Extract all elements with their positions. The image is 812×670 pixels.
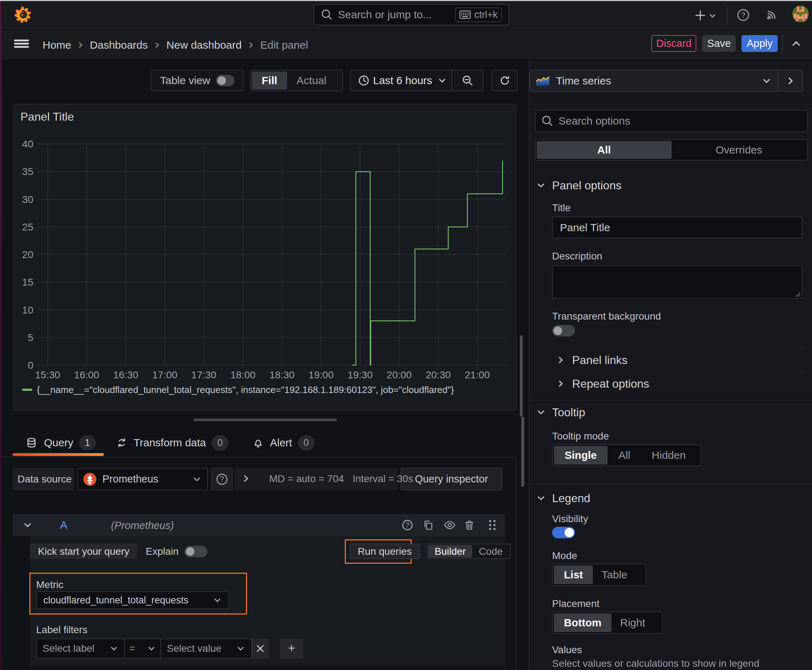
- svg-text:0: 0: [27, 360, 33, 371]
- svg-text:40: 40: [22, 139, 33, 150]
- svg-text:?: ?: [220, 475, 224, 483]
- svg-text:18:00: 18:00: [230, 369, 255, 381]
- svg-text:30: 30: [22, 194, 33, 205]
- svg-text:35: 35: [22, 166, 33, 177]
- svg-text:18:30: 18:30: [270, 369, 295, 381]
- svg-text:20:30: 20:30: [425, 369, 451, 381]
- svg-text:17:00: 17:00: [152, 369, 177, 381]
- svg-text:20:00: 20:00: [387, 369, 412, 381]
- svg-text:17:30: 17:30: [191, 369, 216, 381]
- svg-text:5: 5: [27, 332, 33, 343]
- svg-text:?: ?: [406, 521, 410, 529]
- svg-text:19:30: 19:30: [348, 369, 373, 381]
- svg-text:21:00: 21:00: [465, 369, 490, 381]
- svg-text:10: 10: [22, 305, 33, 316]
- svg-text:?: ?: [741, 11, 746, 19]
- svg-text:19:00: 19:00: [309, 369, 334, 381]
- svg-text:25: 25: [22, 222, 33, 233]
- svg-text:{__name__="cloudflared_tunnel_: {__name__="cloudflared_tunnel_total_requ…: [37, 384, 454, 395]
- svg-text:20: 20: [22, 249, 33, 260]
- svg-text:16:00: 16:00: [74, 369, 99, 381]
- svg-text:16:30: 16:30: [113, 369, 138, 381]
- svg-text:15: 15: [22, 277, 33, 288]
- svg-text:15:30: 15:30: [35, 369, 60, 381]
